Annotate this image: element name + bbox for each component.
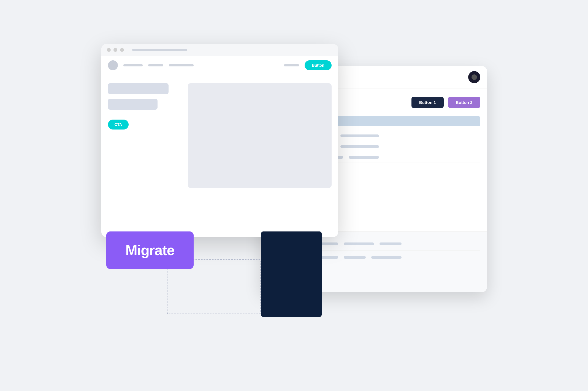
nav-link — [169, 64, 194, 66]
front-titlebar — [101, 44, 338, 56]
content-block-1 — [108, 83, 169, 94]
front-body: CTA — [101, 75, 338, 196]
nav-link — [123, 64, 143, 66]
bottom-row-bar — [344, 242, 374, 245]
traffic-light-2 — [113, 48, 117, 52]
purple-button[interactable]: Button 2 — [448, 97, 480, 108]
titlebar-url-bar — [132, 49, 187, 51]
bottom-row-bar — [371, 256, 402, 259]
front-image-area — [188, 83, 332, 188]
front-window: Button CTA — [101, 44, 338, 237]
image-placeholder — [188, 83, 332, 188]
front-cta-button[interactable]: CTA — [108, 120, 129, 130]
illustration-scene: Button 1 Button 2 — [101, 44, 487, 347]
front-nav: Button — [101, 56, 338, 75]
migrate-button[interactable]: Migrate — [106, 231, 194, 269]
bottom-row-bar — [380, 242, 402, 245]
dark-panel-overlay — [261, 231, 322, 317]
dark-button[interactable]: Button 1 — [411, 97, 444, 108]
nav-cta-button[interactable]: Button — [305, 60, 331, 70]
row-bar — [349, 156, 379, 159]
content-block-2 — [108, 99, 158, 110]
traffic-light-3 — [120, 48, 124, 52]
nav-secondary-link — [284, 64, 299, 66]
nav-avatar — [108, 60, 118, 70]
row-bar — [340, 134, 379, 137]
avatar — [468, 71, 480, 83]
nav-link — [148, 64, 163, 66]
front-left-panel: CTA — [108, 83, 180, 188]
bottom-row-bar — [344, 256, 366, 259]
traffic-light-1 — [107, 48, 111, 52]
row-bar — [340, 145, 379, 148]
